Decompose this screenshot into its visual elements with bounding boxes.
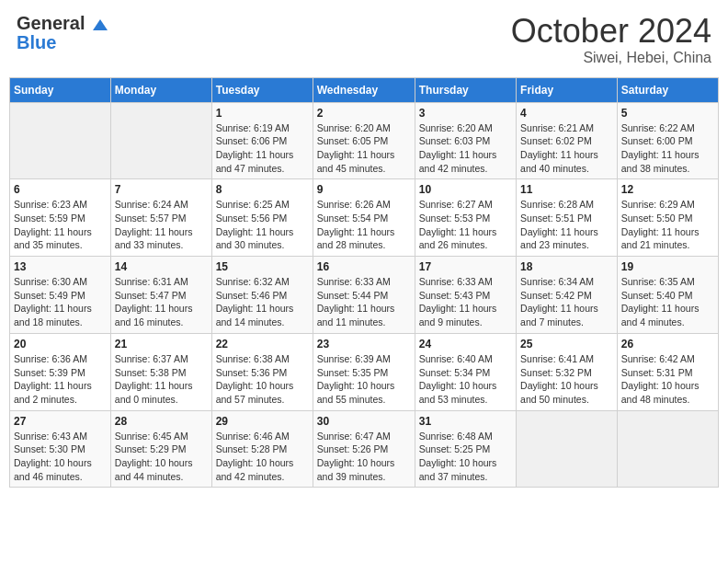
logo: General Blue — [17, 13, 108, 53]
week-row-3: 13Sunrise: 6:30 AM Sunset: 5:49 PM Dayli… — [10, 257, 719, 334]
day-number: 28 — [115, 415, 208, 428]
day-info: Sunrise: 6:20 AM Sunset: 6:03 PM Dayligh… — [419, 121, 512, 176]
day-number: 25 — [520, 338, 613, 350]
day-number: 7 — [115, 183, 208, 196]
day-number: 18 — [520, 260, 613, 273]
day-info: Sunrise: 6:31 AM Sunset: 5:47 PM Dayligh… — [115, 275, 208, 329]
day-info: Sunrise: 6:46 AM Sunset: 5:28 PM Dayligh… — [216, 430, 309, 484]
day-info: Sunrise: 6:37 AM Sunset: 5:38 PM Dayligh… — [115, 352, 208, 407]
day-info: Sunrise: 6:33 AM Sunset: 5:44 PM Dayligh… — [317, 275, 411, 329]
day-info: Sunrise: 6:27 AM Sunset: 5:53 PM Dayligh… — [419, 198, 512, 252]
day-cell: 30Sunrise: 6:47 AM Sunset: 5:26 PM Dayli… — [313, 410, 415, 488]
day-number: 12 — [621, 183, 714, 196]
day-cell — [110, 102, 211, 179]
day-number: 27 — [14, 415, 107, 428]
day-info: Sunrise: 6:34 AM Sunset: 5:42 PM Dayligh… — [520, 275, 613, 329]
day-number: 9 — [317, 183, 411, 196]
week-row-2: 6Sunrise: 6:23 AM Sunset: 5:59 PM Daylig… — [10, 179, 719, 257]
day-number: 3 — [419, 107, 512, 120]
weekday-header-monday: Monday — [110, 77, 211, 102]
week-row-4: 20Sunrise: 6:36 AM Sunset: 5:39 PM Dayli… — [10, 333, 719, 410]
day-cell: 2Sunrise: 6:20 AM Sunset: 6:05 PM Daylig… — [313, 102, 415, 179]
day-info: Sunrise: 6:26 AM Sunset: 5:54 PM Dayligh… — [317, 198, 411, 252]
day-cell: 18Sunrise: 6:34 AM Sunset: 5:42 PM Dayli… — [517, 257, 618, 334]
day-number: 26 — [621, 338, 714, 350]
day-cell — [617, 410, 718, 488]
day-cell: 13Sunrise: 6:30 AM Sunset: 5:49 PM Dayli… — [10, 257, 111, 334]
day-info: Sunrise: 6:40 AM Sunset: 5:34 PM Dayligh… — [419, 352, 512, 407]
day-number: 31 — [419, 415, 512, 428]
day-info: Sunrise: 6:33 AM Sunset: 5:43 PM Dayligh… — [419, 275, 512, 329]
day-number: 22 — [216, 338, 309, 350]
day-cell: 4Sunrise: 6:21 AM Sunset: 6:02 PM Daylig… — [517, 102, 618, 179]
logo-blue-text: Blue — [17, 32, 56, 53]
day-cell: 1Sunrise: 6:19 AM Sunset: 6:06 PM Daylig… — [211, 102, 313, 179]
day-cell: 25Sunrise: 6:41 AM Sunset: 5:32 PM Dayli… — [517, 333, 618, 410]
svg-marker-0 — [93, 19, 108, 30]
week-row-1: 1Sunrise: 6:19 AM Sunset: 6:06 PM Daylig… — [10, 102, 719, 179]
day-info: Sunrise: 6:22 AM Sunset: 6:00 PM Dayligh… — [621, 121, 714, 176]
day-cell: 5Sunrise: 6:22 AM Sunset: 6:00 PM Daylig… — [617, 102, 718, 179]
day-info: Sunrise: 6:48 AM Sunset: 5:25 PM Dayligh… — [419, 430, 512, 484]
day-info: Sunrise: 6:38 AM Sunset: 5:36 PM Dayligh… — [216, 352, 309, 407]
day-info: Sunrise: 6:36 AM Sunset: 5:39 PM Dayligh… — [14, 352, 107, 407]
day-number: 2 — [317, 107, 411, 120]
day-number: 21 — [115, 338, 208, 350]
day-number: 20 — [14, 338, 107, 350]
day-info: Sunrise: 6:19 AM Sunset: 6:06 PM Dayligh… — [216, 121, 309, 176]
day-info: Sunrise: 6:30 AM Sunset: 5:49 PM Dayligh… — [14, 275, 107, 329]
day-info: Sunrise: 6:24 AM Sunset: 5:57 PM Dayligh… — [115, 198, 208, 252]
day-info: Sunrise: 6:20 AM Sunset: 6:05 PM Dayligh… — [317, 121, 411, 176]
page-header: General Blue October 2024 Siwei, Hebei, … — [9, 9, 719, 70]
day-number: 6 — [14, 183, 107, 196]
day-info: Sunrise: 6:32 AM Sunset: 5:46 PM Dayligh… — [216, 275, 309, 329]
day-number: 1 — [216, 107, 309, 120]
day-cell: 16Sunrise: 6:33 AM Sunset: 5:44 PM Dayli… — [313, 257, 415, 334]
day-cell: 9Sunrise: 6:26 AM Sunset: 5:54 PM Daylig… — [313, 179, 415, 257]
weekday-header-wednesday: Wednesday — [313, 77, 415, 102]
day-number: 16 — [317, 260, 411, 273]
location-title: Siwei, Hebei, China — [511, 50, 711, 66]
day-info: Sunrise: 6:39 AM Sunset: 5:35 PM Dayligh… — [317, 352, 411, 407]
day-cell: 22Sunrise: 6:38 AM Sunset: 5:36 PM Dayli… — [211, 333, 313, 410]
day-cell: 31Sunrise: 6:48 AM Sunset: 5:25 PM Dayli… — [415, 410, 516, 488]
day-cell: 23Sunrise: 6:39 AM Sunset: 5:35 PM Dayli… — [313, 333, 415, 410]
day-info: Sunrise: 6:41 AM Sunset: 5:32 PM Dayligh… — [520, 352, 613, 407]
day-info: Sunrise: 6:25 AM Sunset: 5:56 PM Dayligh… — [216, 198, 309, 252]
weekday-header-thursday: Thursday — [415, 77, 516, 102]
logo-bird-icon — [91, 17, 108, 34]
day-number: 19 — [621, 260, 714, 273]
weekday-header-friday: Friday — [517, 77, 618, 102]
day-cell: 12Sunrise: 6:29 AM Sunset: 5:50 PM Dayli… — [617, 179, 718, 257]
day-cell: 17Sunrise: 6:33 AM Sunset: 5:43 PM Dayli… — [415, 257, 516, 334]
day-number: 17 — [419, 260, 512, 273]
day-cell: 8Sunrise: 6:25 AM Sunset: 5:56 PM Daylig… — [211, 179, 313, 257]
day-info: Sunrise: 6:35 AM Sunset: 5:40 PM Dayligh… — [621, 275, 714, 329]
day-number: 23 — [317, 338, 411, 350]
calendar-table: SundayMondayTuesdayWednesdayThursdayFrid… — [9, 77, 719, 488]
weekday-header-row: SundayMondayTuesdayWednesdayThursdayFrid… — [10, 77, 719, 102]
day-cell: 11Sunrise: 6:28 AM Sunset: 5:51 PM Dayli… — [517, 179, 618, 257]
day-number: 10 — [419, 183, 512, 196]
day-cell: 6Sunrise: 6:23 AM Sunset: 5:59 PM Daylig… — [10, 179, 111, 257]
day-number: 24 — [419, 338, 512, 350]
day-cell: 24Sunrise: 6:40 AM Sunset: 5:34 PM Dayli… — [415, 333, 516, 410]
day-cell — [10, 102, 111, 179]
day-cell — [517, 410, 618, 488]
day-info: Sunrise: 6:43 AM Sunset: 5:30 PM Dayligh… — [14, 430, 107, 484]
weekday-header-tuesday: Tuesday — [211, 77, 313, 102]
day-cell: 7Sunrise: 6:24 AM Sunset: 5:57 PM Daylig… — [110, 179, 211, 257]
day-cell: 21Sunrise: 6:37 AM Sunset: 5:38 PM Dayli… — [110, 333, 211, 410]
day-number: 30 — [317, 415, 411, 428]
day-number: 8 — [216, 183, 309, 196]
logo-general-line: General — [17, 13, 108, 34]
logo-general-text: General — [17, 13, 85, 33]
day-number: 15 — [216, 260, 309, 273]
day-cell: 14Sunrise: 6:31 AM Sunset: 5:47 PM Dayli… — [110, 257, 211, 334]
month-title: October 2024 — [511, 13, 711, 50]
day-cell: 19Sunrise: 6:35 AM Sunset: 5:40 PM Dayli… — [617, 257, 718, 334]
day-cell: 29Sunrise: 6:46 AM Sunset: 5:28 PM Dayli… — [211, 410, 313, 488]
day-info: Sunrise: 6:23 AM Sunset: 5:59 PM Dayligh… — [14, 198, 107, 252]
day-cell: 15Sunrise: 6:32 AM Sunset: 5:46 PM Dayli… — [211, 257, 313, 334]
day-info: Sunrise: 6:45 AM Sunset: 5:29 PM Dayligh… — [115, 430, 208, 484]
